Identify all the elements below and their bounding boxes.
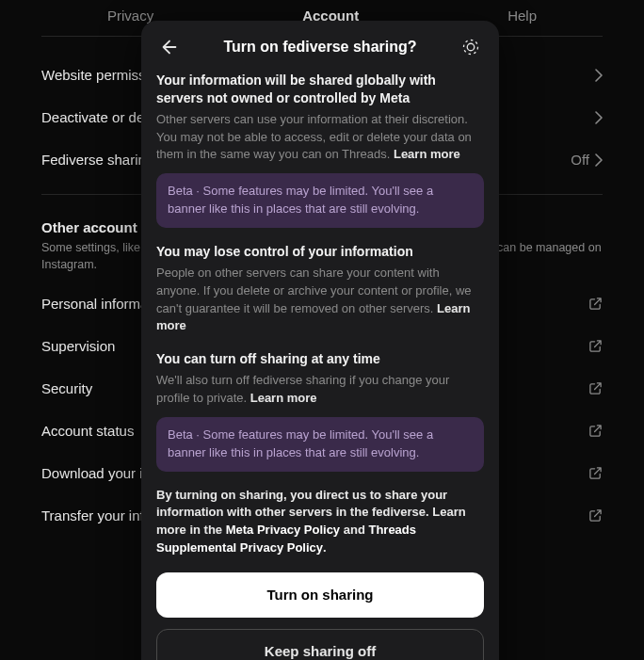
- external-link-icon: [588, 381, 603, 395]
- block-desc: Other servers can use your information a…: [156, 111, 484, 165]
- chevron-right-icon: [595, 153, 603, 167]
- external-link-icon: [588, 508, 603, 523]
- tab-help[interactable]: Help: [507, 8, 537, 24]
- external-link-icon: [588, 297, 603, 311]
- arrow-left-icon: [159, 37, 180, 57]
- block-heading: You can turn off sharing at any time: [156, 350, 484, 368]
- row-label: Account status: [41, 423, 134, 439]
- block-heading: You may lose control of your information: [156, 243, 484, 261]
- svg-point-1: [464, 40, 478, 55]
- fediverse-modal: Turn on fediverse sharing? Your informat…: [141, 21, 499, 660]
- beta-banner: Beta · Some features may be limited. You…: [156, 417, 484, 472]
- modal-block-2: You may lose control of your information…: [156, 243, 484, 335]
- row-label: Security: [41, 380, 92, 396]
- modal-title: Turn on fediverse sharing?: [183, 39, 458, 56]
- block-desc: We'll also turn off fediverse sharing if…: [156, 372, 484, 408]
- svg-point-0: [467, 43, 475, 51]
- row-value: Off: [571, 152, 589, 168]
- external-link-icon: [588, 339, 603, 353]
- row-label: Supervision: [41, 338, 115, 354]
- row-label: Fediverse sharing: [41, 152, 153, 168]
- external-link-icon: [588, 466, 603, 480]
- modal-block-3: You can turn off sharing at any time We'…: [156, 350, 484, 471]
- keep-sharing-off-button[interactable]: Keep sharing off: [156, 629, 484, 660]
- meta-privacy-policy-link[interactable]: Meta Privacy Policy: [226, 523, 340, 537]
- modal-block-1: Your information will be shared globally…: [156, 72, 484, 228]
- external-link-icon: [588, 424, 603, 438]
- chevron-right-icon: [595, 111, 603, 124]
- back-button[interactable]: [156, 34, 183, 60]
- beta-banner: Beta · Some features may be limited. You…: [156, 173, 484, 228]
- fediverse-icon: [461, 38, 480, 56]
- chevron-right-icon: [595, 69, 603, 82]
- modal-footer-text: By turning on sharing, you direct us to …: [156, 487, 484, 557]
- block-heading: Your information will be shared globally…: [156, 72, 484, 107]
- tab-privacy[interactable]: Privacy: [107, 8, 153, 24]
- learn-more-link[interactable]: Learn more: [250, 391, 317, 405]
- block-desc: People on other servers can share your c…: [156, 265, 484, 335]
- fediverse-icon-button[interactable]: [458, 34, 484, 60]
- learn-more-link[interactable]: Learn more: [394, 147, 460, 161]
- turn-on-sharing-button[interactable]: Turn on sharing: [156, 572, 484, 618]
